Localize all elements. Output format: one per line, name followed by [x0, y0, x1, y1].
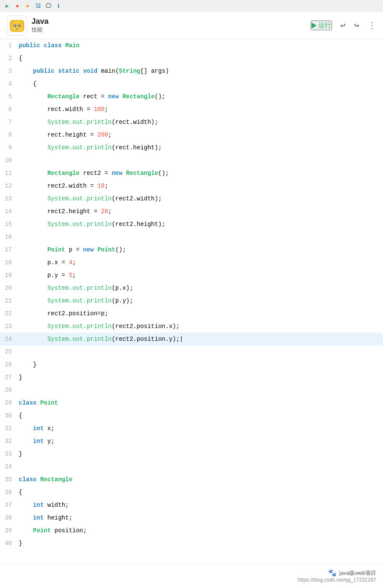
line-number: 28: [0, 384, 15, 397]
code-line-1: 1public class Main: [0, 39, 383, 52]
line-number: 31: [0, 422, 15, 435]
line-code: [15, 460, 383, 464]
line-number: 32: [0, 435, 15, 448]
app-header: Java 技能 运行 ↩ ↪ ⋮: [0, 12, 383, 39]
code-line-4: 4 {: [0, 77, 383, 90]
line-code: System.out.println(rect2.position.x);: [15, 320, 383, 333]
line-number: 34: [0, 460, 15, 473]
code-line-21: 21 System.out.println(p.y);: [0, 294, 383, 307]
line-code: p.y = 5;: [15, 269, 383, 282]
line-code: }: [15, 371, 383, 384]
sys-icon-file[interactable]: 🖫: [34, 2, 42, 10]
code-line-31: 31 int x;: [0, 422, 383, 435]
code-line-35: 35class Rectangle: [0, 473, 383, 486]
redo-button[interactable]: ↪: [354, 20, 359, 31]
code-line-19: 19 p.y = 5;: [0, 269, 383, 282]
code-line-32: 32 int y;: [0, 435, 383, 448]
sys-icon-info[interactable]: ℹ: [54, 2, 62, 10]
line-number: 13: [0, 192, 15, 205]
code-line-24: 24 System.out.println(rect2.position.y);…: [0, 333, 383, 345]
line-number: 17: [0, 243, 15, 256]
code-line-37: 37 int width;: [0, 499, 383, 511]
line-number: 40: [0, 537, 15, 550]
line-number: 21: [0, 294, 15, 307]
line-number: 37: [0, 499, 15, 511]
line-number: 10: [0, 154, 15, 167]
code-line-7: 7 System.out.println(rect.width);: [0, 116, 383, 128]
line-code: rect.height = 200;: [15, 128, 383, 141]
line-number: 4: [0, 77, 15, 90]
line-number: 24: [0, 333, 15, 345]
code-line-27: 27}: [0, 371, 383, 384]
svg-rect-8: [18, 28, 20, 29]
line-number: 16: [0, 231, 15, 243]
code-line-12: 12 rect2.width = 10;: [0, 180, 383, 192]
undo-button[interactable]: ↩: [340, 20, 346, 31]
code-line-18: 18 p.x = 4;: [0, 256, 383, 269]
line-number: 8: [0, 128, 15, 141]
code-line-29: 29class Point: [0, 397, 383, 409]
footer-paw-icon: 🐾: [328, 569, 337, 577]
app-header-left: Java 技能: [7, 15, 49, 36]
line-code: System.out.println(rect2.width);: [15, 192, 383, 205]
code-line-22: 22 rect2.position=p;: [0, 307, 383, 320]
line-code: [15, 345, 383, 349]
app-logo: [7, 15, 27, 36]
code-line-34: 34: [0, 460, 383, 473]
line-code: public class Main: [15, 39, 383, 52]
menu-button[interactable]: ⋮: [368, 20, 376, 31]
line-number: 26: [0, 358, 15, 371]
code-line-15: 15 System.out.println(rect2.height);: [0, 218, 383, 231]
line-number: 33: [0, 448, 15, 460]
line-code: Rectangle rect2 = new Rectangle();: [15, 167, 383, 180]
code-line-39: 39 Point position;: [0, 524, 383, 537]
line-code: [15, 231, 383, 234]
line-code: {: [15, 52, 383, 65]
line-code: {: [15, 409, 383, 422]
line-number: 6: [0, 103, 15, 116]
line-number: 14: [0, 205, 15, 218]
code-line-36: 36{: [0, 486, 383, 499]
code-line-16: 16: [0, 231, 383, 243]
system-bar: ▶ ● ● 🖫 🖵 ℹ: [0, 0, 383, 12]
line-number: 23: [0, 320, 15, 333]
line-code: [15, 384, 383, 387]
line-number: 20: [0, 282, 15, 294]
code-line-2: 2{: [0, 52, 383, 65]
line-number: 29: [0, 397, 15, 409]
line-number: 27: [0, 371, 15, 384]
line-code: System.out.println(rect2.position.y);|: [15, 333, 383, 345]
line-number: 19: [0, 269, 15, 282]
line-code: System.out.println(rect2.height);: [15, 218, 383, 231]
code-line-25: 25: [0, 345, 383, 358]
line-code: class Rectangle: [15, 473, 383, 486]
line-code: p.x = 4;: [15, 256, 383, 269]
sys-icon-warning[interactable]: ●: [24, 2, 31, 10]
line-number: 35: [0, 473, 15, 486]
line-code: Rectangle rect = new Rectangle();: [15, 90, 383, 103]
code-line-30: 30{: [0, 409, 383, 422]
line-number: 7: [0, 116, 15, 128]
sys-icon-play[interactable]: ▶: [3, 2, 11, 10]
sys-icon-screen[interactable]: 🖵: [44, 2, 52, 10]
code-line-10: 10: [0, 154, 383, 167]
line-code: rect2.height = 20;: [15, 205, 383, 218]
app-title-main: Java: [31, 17, 49, 26]
line-code: System.out.println(p.x);: [15, 282, 383, 294]
sys-icon-stop[interactable]: ●: [14, 2, 21, 10]
line-code: Point p = new Point();: [15, 243, 383, 256]
line-code: int y;: [15, 435, 383, 448]
line-code: System.out.println(rect.width);: [15, 116, 383, 128]
code-line-40: 40}: [0, 537, 383, 550]
line-number: 3: [0, 65, 15, 77]
code-line-14: 14 rect2.height = 20;: [0, 205, 383, 218]
line-number: 2: [0, 52, 15, 65]
line-number: 12: [0, 180, 15, 192]
code-line-3: 3 public static void main(String[] args): [0, 65, 383, 77]
run-button[interactable]: 运行: [311, 20, 332, 30]
code-editor[interactable]: 1public class Main2{3 public static void…: [0, 39, 383, 563]
line-number: 1: [0, 39, 15, 52]
footer: 🐾 java版web项目 https://blog.csdn.net/qq_17…: [0, 563, 383, 588]
footer-url: https://blog.csdn.net/qq_17231297: [298, 577, 376, 583]
line-code: Point position;: [15, 524, 383, 537]
